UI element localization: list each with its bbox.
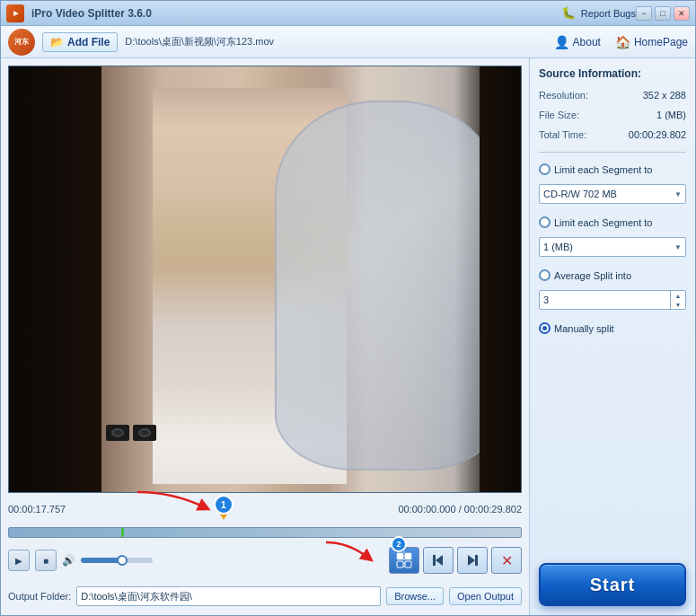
homepage-link[interactable]: 🏠 HomePage — [615, 35, 688, 49]
limit-segment-1-label: Limit each Segment to — [554, 164, 652, 175]
volume-slider[interactable] — [81, 558, 153, 563]
toolbar: 河东 📂 Add File D:\tools\桌面\新视频\河东123.mov … — [1, 26, 695, 58]
scissors-icon — [395, 551, 413, 569]
next-split-icon — [464, 552, 480, 568]
filesize-value: 1 (MB) — [656, 110, 686, 120]
resolution-value: 352 x 288 — [643, 90, 686, 101]
remove-split-button[interactable]: ✕ — [491, 547, 522, 574]
minimize-button[interactable]: − — [636, 6, 652, 21]
separator-1 — [539, 152, 686, 153]
time-display-row: 00:00:17.757 1 — [8, 497, 522, 522]
about-link[interactable]: 👤 About — [554, 35, 601, 49]
report-bugs-link[interactable]: 🐛 Report Bugs — [561, 6, 636, 20]
limit-segment-2-dropdown-value: 1 (MB) — [543, 242, 573, 252]
manually-split-label: Manually split — [554, 323, 614, 334]
average-split-label: Average Split into — [554, 270, 631, 281]
spacer — [539, 341, 686, 556]
totaltime-row: Total Time: 00:00:29.802 — [539, 128, 686, 141]
limit-segment-2-dropdown[interactable]: 1 (MB) ▼ — [539, 237, 686, 257]
speaker-icons — [106, 425, 156, 441]
window-title: iPro Video Splitter 3.6.0 — [31, 7, 152, 20]
brand-logo-icon: 河东 — [8, 29, 35, 56]
home-icon: 🏠 — [615, 35, 630, 49]
average-split-spinbox[interactable]: 3 ▲ ▼ — [539, 290, 686, 310]
option-limit-segment-1-row: Limit each Segment to — [539, 163, 686, 175]
window-controls: − □ ✕ — [636, 6, 690, 21]
resolution-label: Resolution: — [539, 90, 588, 101]
svg-rect-10 — [475, 555, 478, 566]
add-file-button[interactable]: 📂 Add File — [42, 32, 118, 52]
title-bar: ▶ iPro Video Splitter 3.6.0 🐛 Report Bug… — [1, 1, 695, 26]
start-button[interactable]: Start — [539, 563, 686, 606]
red-arrow-2-icon — [322, 538, 375, 567]
limit-segment-2-label: Limit each Segment to — [554, 217, 652, 228]
output-path-input[interactable] — [76, 586, 381, 606]
spinbox-controls: ▲ ▼ — [670, 291, 685, 309]
playback-controls: ▶ ■ 🔊 — [8, 543, 522, 577]
current-time-label: 00:00:17.757 — [8, 504, 66, 515]
filesize-label: File Size: — [539, 110, 579, 120]
chevron-down-icon: ▼ — [674, 190, 682, 198]
source-info-title: Source Information: — [539, 67, 686, 80]
totaltime-value: 00:00:29.802 — [629, 129, 686, 140]
average-split-value: 3 — [540, 295, 670, 305]
folder-icon: 📂 — [50, 36, 64, 48]
stop-button[interactable]: ■ — [35, 550, 57, 571]
svg-marker-7 — [436, 555, 443, 566]
chevron-down-icon-2: ▼ — [674, 243, 682, 251]
volume-icon: 🔊 — [62, 554, 75, 567]
title-bar-left: ▶ iPro Video Splitter 3.6.0 — [6, 4, 561, 22]
svg-rect-3 — [405, 553, 411, 559]
average-split-radio[interactable] — [539, 269, 551, 281]
prev-split-button[interactable] — [423, 547, 454, 574]
manually-split-row: Manually split — [539, 322, 686, 334]
play-button[interactable]: ▶ — [8, 550, 30, 571]
next-split-button[interactable] — [457, 547, 488, 574]
browse-button[interactable]: Browse... — [386, 587, 444, 605]
start-button-label: Start — [590, 575, 636, 595]
video-left-shadow — [9, 66, 101, 492]
file-path-label: D:\tools\桌面\新视频\河东123.mov — [125, 35, 546, 48]
svg-rect-4 — [397, 561, 403, 568]
main-window: ▶ iPro Video Splitter 3.6.0 🐛 Report Bug… — [0, 0, 696, 616]
split-marker-badge: 1 — [214, 495, 233, 515]
toolbar-right: 👤 About 🏠 HomePage — [554, 35, 688, 49]
split-point-indicator: 1 — [214, 495, 233, 520]
video-display — [8, 66, 522, 493]
output-folder-label: Output Folder: — [8, 591, 71, 602]
output-bar: Output Folder: Browse... Open Output — [8, 581, 522, 608]
mirror-element — [275, 101, 500, 471]
svg-marker-9 — [468, 555, 475, 566]
close-button[interactable]: ✕ — [674, 6, 690, 21]
manually-split-radio[interactable] — [539, 322, 551, 334]
limit-segment-1-radio[interactable] — [539, 163, 551, 175]
volume-thumb — [117, 555, 128, 566]
limit-segment-1-dropdown[interactable]: CD-R/W 702 MB ▼ — [539, 184, 686, 204]
option-limit-segment-2-row: Limit each Segment to — [539, 216, 686, 228]
report-bugs-label: Report Bugs — [581, 8, 636, 19]
resolution-row: Resolution: 352 x 288 — [539, 89, 686, 101]
bug-icon: 🐛 — [561, 6, 576, 20]
filesize-row: File Size: 1 (MB) — [539, 109, 686, 121]
app-logo-icon: ▶ — [6, 4, 24, 22]
option-average-split-row: Average Split into — [539, 269, 686, 281]
svg-rect-5 — [405, 561, 411, 568]
limit-segment-2-radio[interactable] — [539, 216, 551, 228]
speaker-left-icon — [106, 425, 129, 441]
main-content: 00:00:17.757 1 — [1, 58, 695, 615]
speaker-right-icon — [133, 425, 156, 441]
timeline-bar[interactable] — [8, 527, 522, 538]
spinbox-up-button[interactable]: ▲ — [671, 291, 685, 300]
totaltime-label: Total Time: — [539, 129, 586, 140]
red-arrow-icon — [133, 488, 214, 516]
prev-split-icon — [430, 552, 446, 568]
maximize-button[interactable]: □ — [655, 6, 671, 21]
open-output-button[interactable]: Open Output — [449, 587, 522, 605]
video-right-shadow — [480, 66, 521, 492]
radio-selected-dot — [542, 326, 547, 330]
split-controls: 2 — [389, 547, 522, 574]
total-time-label: 00:00:00.000 / 00:00:29.802 — [398, 504, 522, 515]
spinbox-down-button[interactable]: ▼ — [671, 300, 685, 309]
timeline-position-marker — [121, 528, 124, 537]
video-panel: 00:00:17.757 1 — [1, 58, 529, 615]
